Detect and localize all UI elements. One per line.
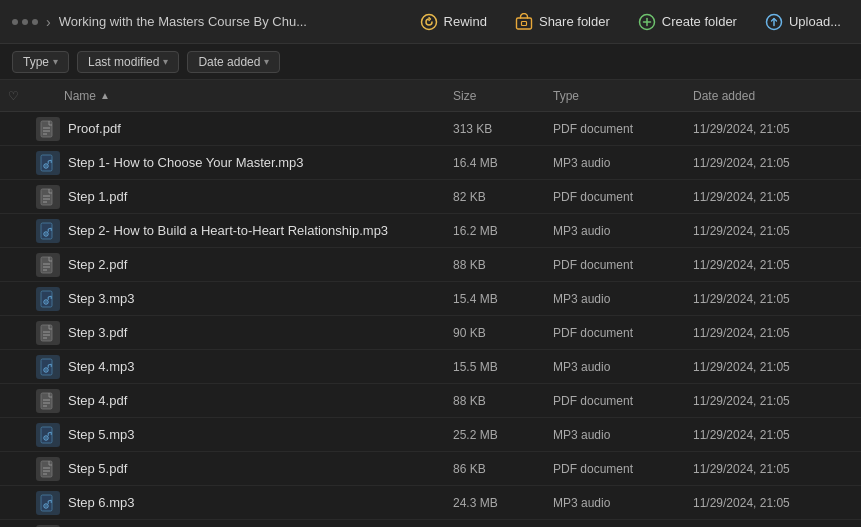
file-date: 11/29/2024, 21:05: [693, 326, 853, 340]
file-name: Step 4.mp3: [64, 359, 453, 374]
table-row[interactable]: Step 1.pdf 82 KB PDF document 11/29/2024…: [0, 180, 861, 214]
svg-rect-14: [41, 189, 52, 205]
file-size: 25.2 MB: [453, 428, 553, 442]
table-row[interactable]: Step 2.pdf 88 KB PDF document 11/29/2024…: [0, 248, 861, 282]
svg-point-41: [45, 437, 46, 438]
svg-rect-1: [516, 18, 531, 29]
table-row[interactable]: Step 3.pdf 90 KB PDF document 11/29/2024…: [0, 316, 861, 350]
file-name: Step 1- How to Choose Your Master.mp3: [64, 155, 453, 170]
file-type-icon: [36, 185, 60, 209]
file-type-icon: [36, 219, 60, 243]
type-chevron-icon: ▾: [53, 56, 58, 67]
dot-1: [12, 19, 18, 25]
breadcrumb-title: Working with the Masters Course By Chu..…: [59, 14, 404, 29]
file-date: 11/29/2024, 21:05: [693, 428, 853, 442]
name-col-label: Name: [64, 89, 96, 103]
breadcrumb-separator: ›: [46, 14, 51, 30]
filter-bar: Type ▾ Last modified ▾ Date added ▾: [0, 44, 861, 80]
table-body: Proof.pdf 313 KB PDF document 11/29/2024…: [0, 112, 861, 527]
table-header: ♡ Name ▲ Size Type Date added: [0, 80, 861, 112]
sort-icon: ▲: [100, 90, 110, 101]
file-type-label: PDF document: [553, 190, 693, 204]
file-type-label: MP3 audio: [553, 360, 693, 374]
table-row[interactable]: Step 1- How to Choose Your Master.mp3 16…: [0, 146, 861, 180]
table-row[interactable]: Step 5.pdf 86 KB PDF document 11/29/2024…: [0, 452, 861, 486]
top-actions: Rewind Share folder Create folder: [412, 9, 849, 35]
create-folder-button[interactable]: Create folder: [630, 9, 745, 35]
file-name: Proof.pdf: [64, 121, 453, 136]
svg-point-34: [45, 369, 46, 370]
file-type-label: PDF document: [553, 122, 693, 136]
table-row[interactable]: Proof.pdf 313 KB PDF document 11/29/2024…: [0, 112, 861, 146]
file-size: 86 KB: [453, 462, 553, 476]
file-type-icon: [36, 253, 60, 277]
file-date: 11/29/2024, 21:05: [693, 190, 853, 204]
last-modified-filter-button[interactable]: Last modified ▾: [77, 51, 179, 73]
svg-rect-28: [41, 325, 52, 341]
table-row[interactable]: Step 4.pdf 88 KB PDF document 11/29/2024…: [0, 384, 861, 418]
file-type-icon: [36, 287, 60, 311]
file-size: 90 KB: [453, 326, 553, 340]
file-name: Step 6.mp3: [64, 495, 453, 510]
file-type-label: MP3 audio: [553, 292, 693, 306]
heart-icon: ♡: [8, 89, 19, 103]
share-label: Share folder: [539, 14, 610, 29]
table-row[interactable]: Step 5.mp3 25.2 MB MP3 audio 11/29/2024,…: [0, 418, 861, 452]
file-type-label: PDF document: [553, 462, 693, 476]
file-size: 16.2 MB: [453, 224, 553, 238]
header-heart-col: ♡: [8, 89, 36, 103]
file-size: 313 KB: [453, 122, 553, 136]
svg-rect-2: [521, 21, 526, 25]
table-row[interactable]: Step 2- How to Build a Heart-to-Heart Re…: [0, 214, 861, 248]
window-controls: [12, 19, 38, 25]
last-modified-chevron-icon: ▾: [163, 56, 168, 67]
file-type-icon: [36, 117, 60, 141]
file-name: Step 4.pdf: [64, 393, 453, 408]
svg-rect-7: [41, 121, 52, 137]
svg-rect-21: [41, 257, 52, 273]
file-type-icon: [36, 355, 60, 379]
svg-point-48: [45, 505, 46, 506]
header-date-col[interactable]: Date added: [693, 89, 853, 103]
rewind-button[interactable]: Rewind: [412, 9, 495, 35]
table-row[interactable]: Step 4.mp3 15.5 MB MP3 audio 11/29/2024,…: [0, 350, 861, 384]
upload-button[interactable]: Upload...: [757, 9, 849, 35]
type-filter-label: Type: [23, 55, 49, 69]
file-name: Step 3.mp3: [64, 291, 453, 306]
table-row[interactable]: Step 3.mp3 15.4 MB MP3 audio 11/29/2024,…: [0, 282, 861, 316]
header-type-col[interactable]: Type: [553, 89, 693, 103]
dot-2: [22, 19, 28, 25]
table-row[interactable]: Step 6.mp3 24.3 MB MP3 audio 11/29/2024,…: [0, 486, 861, 520]
create-label: Create folder: [662, 14, 737, 29]
file-type-label: MP3 audio: [553, 224, 693, 238]
file-type-label: PDF document: [553, 394, 693, 408]
file-date: 11/29/2024, 21:05: [693, 122, 853, 136]
dot-3: [32, 19, 38, 25]
svg-rect-42: [41, 461, 52, 477]
header-name-col[interactable]: Name ▲: [64, 89, 453, 103]
header-size-col[interactable]: Size: [453, 89, 553, 103]
share-icon: [515, 13, 533, 31]
upload-label: Upload...: [789, 14, 841, 29]
svg-point-27: [45, 301, 46, 302]
file-type-icon: [36, 423, 60, 447]
file-date: 11/29/2024, 21:05: [693, 360, 853, 374]
svg-point-0: [421, 14, 436, 29]
top-bar: › Working with the Masters Course By Chu…: [0, 0, 861, 44]
type-filter-button[interactable]: Type ▾: [12, 51, 69, 73]
file-size: 15.5 MB: [453, 360, 553, 374]
date-added-chevron-icon: ▾: [264, 56, 269, 67]
file-size: 88 KB: [453, 394, 553, 408]
file-type-icon: [36, 151, 60, 175]
file-date: 11/29/2024, 21:05: [693, 224, 853, 238]
file-name: Step 1.pdf: [64, 189, 453, 204]
rewind-label: Rewind: [444, 14, 487, 29]
date-added-filter-button[interactable]: Date added ▾: [187, 51, 280, 73]
file-name: Step 5.mp3: [64, 427, 453, 442]
file-type-label: MP3 audio: [553, 428, 693, 442]
share-folder-button[interactable]: Share folder: [507, 9, 618, 35]
file-size: 15.4 MB: [453, 292, 553, 306]
table-row[interactable]: Step 6.pdf 91 KB PDF document 11/29/2024…: [0, 520, 861, 527]
file-type-label: MP3 audio: [553, 496, 693, 510]
file-type-icon: [36, 389, 60, 413]
